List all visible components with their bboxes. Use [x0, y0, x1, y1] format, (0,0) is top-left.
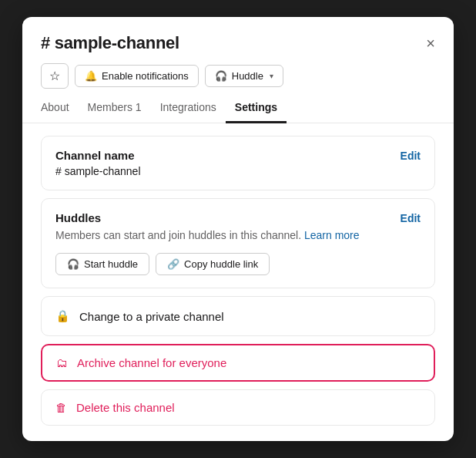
huddles-title: Huddles [55, 211, 101, 224]
huddles-header: Huddles Edit [55, 211, 421, 224]
channel-name-card: Channel name Edit # sample-channel [41, 136, 435, 190]
channel-name-value: # sample-channel [55, 165, 421, 177]
lock-icon: 🔒 [55, 309, 70, 323]
link-icon: 🔗 [167, 258, 179, 270]
channel-settings-modal: # sample-channel × ☆ 🔔 Enable notificati… [22, 17, 454, 441]
tab-integrations[interactable]: Integrations [151, 96, 226, 123]
notifications-label: Enable notifications [102, 70, 189, 82]
enable-notifications-button[interactable]: 🔔 Enable notifications [75, 65, 199, 87]
tab-settings[interactable]: Settings [226, 96, 287, 123]
archive-channel-card[interactable]: 🗂 Archive channel for everyone [41, 344, 435, 382]
huddles-edit-button[interactable]: Edit [401, 212, 421, 224]
change-to-private-card[interactable]: 🔒 Change to a private channel [41, 296, 435, 336]
huddles-card: Huddles Edit Members can start and join … [41, 198, 435, 288]
channel-name-title: Channel name [55, 149, 135, 162]
star-button[interactable]: ☆ [41, 63, 69, 89]
huddle-label: Huddle [232, 70, 263, 82]
headphones-icon: 🎧 [215, 70, 227, 82]
start-huddle-label: Start huddle [84, 258, 138, 270]
modal-body: Channel name Edit # sample-channel Huddl… [22, 123, 454, 441]
copy-huddle-link-label: Copy huddle link [184, 258, 258, 270]
tab-about[interactable]: About [41, 96, 79, 123]
archive-channel-label: Archive channel for everyone [77, 356, 226, 369]
huddle-action-buttons: 🎧 Start huddle 🔗 Copy huddle link [55, 253, 421, 275]
star-icon: ☆ [49, 69, 60, 83]
trash-icon: 🗑 [55, 401, 67, 414]
huddles-description: Members can start and join huddles in th… [55, 227, 421, 244]
tabs-bar: About Members 1 Integrations Settings [22, 89, 454, 123]
huddle-button[interactable]: 🎧 Huddle ▾ [205, 65, 283, 87]
archive-icon: 🗂 [56, 356, 68, 369]
tab-members[interactable]: Members 1 [79, 96, 151, 123]
close-button[interactable]: × [423, 32, 438, 54]
action-buttons-row: ☆ 🔔 Enable notifications 🎧 Huddle ▾ [22, 54, 454, 89]
bell-icon: 🔔 [85, 70, 97, 82]
learn-more-link[interactable]: Learn more [304, 229, 360, 241]
channel-name-header: Channel name Edit [55, 149, 421, 162]
modal-header: # sample-channel × [22, 17, 454, 54]
start-huddle-icon: 🎧 [67, 258, 79, 270]
start-huddle-button[interactable]: 🎧 Start huddle [55, 253, 149, 275]
copy-huddle-link-button[interactable]: 🔗 Copy huddle link [156, 253, 270, 275]
change-to-private-label: Change to a private channel [79, 310, 224, 323]
chevron-down-icon: ▾ [270, 72, 273, 80]
modal-title: # sample-channel [41, 33, 179, 53]
delete-channel-card[interactable]: 🗑 Delete this channel [41, 389, 435, 426]
delete-channel-label: Delete this channel [76, 401, 175, 414]
channel-name-edit-button[interactable]: Edit [401, 150, 421, 162]
